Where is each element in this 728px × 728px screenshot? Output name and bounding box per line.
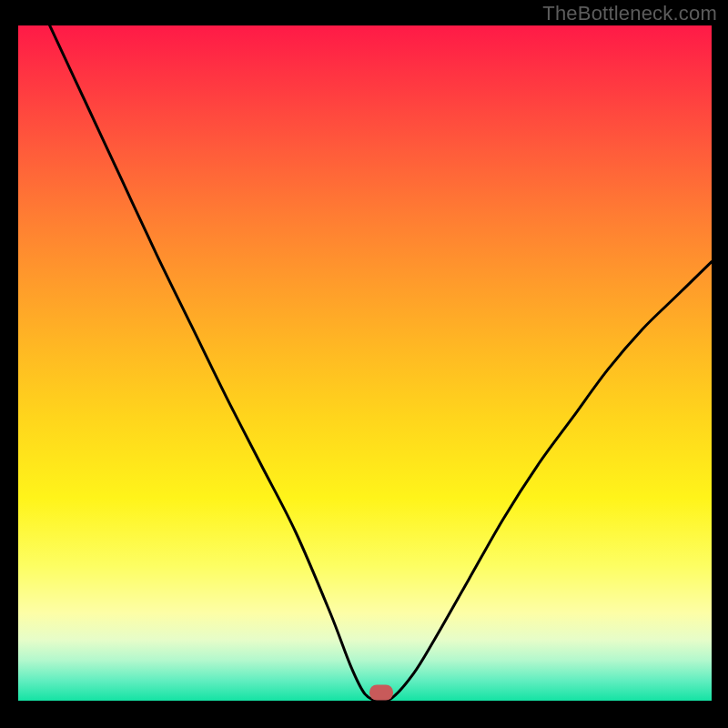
watermark-text: TheBottleneck.com <box>542 2 717 25</box>
chart-frame: TheBottleneck.com <box>0 0 728 728</box>
optimal-marker <box>369 685 393 701</box>
plot-area <box>18 25 712 701</box>
bottleneck-curve <box>18 25 712 701</box>
